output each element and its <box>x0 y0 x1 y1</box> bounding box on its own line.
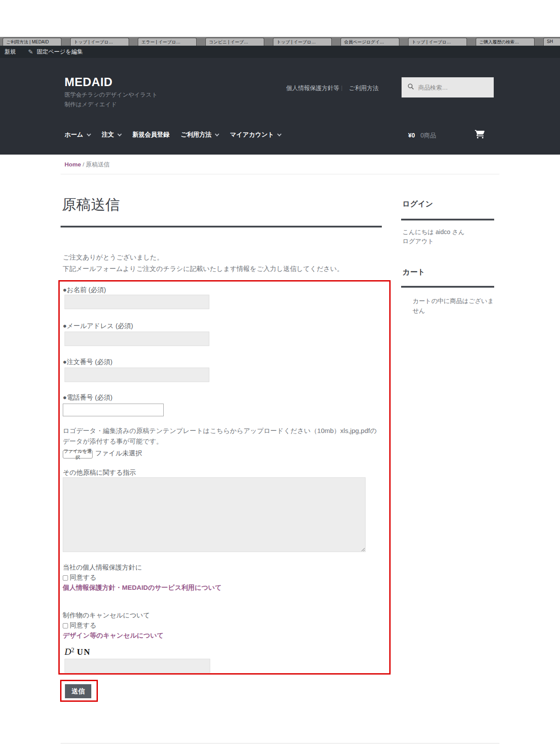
privacy-agree-row: 同意する <box>63 574 97 582</box>
cancel-agree-checkbox[interactable] <box>63 623 68 628</box>
browser-tab[interactable]: 会員ページログイ… <box>341 38 399 46</box>
breadcrumb-home-link[interactable]: Home <box>65 161 81 168</box>
cart-icon[interactable] <box>475 130 485 140</box>
intro-text: ご注文ありがとうございました。 下記メールフォームよりご注文のチラシに記載いたし… <box>63 252 344 274</box>
chevron-down-icon <box>215 132 219 136</box>
chevron-down-icon <box>86 132 91 136</box>
browser-tab[interactable]: トップ | イープロ… <box>70 38 129 46</box>
nav-item-register[interactable]: 新規会員登録 <box>133 131 169 139</box>
other-instructions-label: その他原稿に関する指示 <box>63 469 136 477</box>
breadcrumb-divider <box>61 174 499 174</box>
browser-tab[interactable]: SH <box>543 38 560 46</box>
sidebar-logout-link[interactable]: ログアウト <box>402 238 434 245</box>
browser-tab[interactable]: エラー | イープロ… <box>138 38 197 46</box>
browser-tab-strip: ご利用方法 | MEDAID トップ | イープロ… エラー | イープロ… コ… <box>0 37 560 46</box>
nav-item-label: 注文 <box>102 131 114 139</box>
upload-instructions-line2: データが添付する事が可能です。 <box>63 436 377 447</box>
nav-item-label: マイアカウント <box>230 131 274 139</box>
breadcrumb-separator: / <box>83 161 86 168</box>
file-select-button[interactable]: ファイルを選択 <box>63 450 93 458</box>
submit-button[interactable]: 送信 <box>65 684 91 698</box>
email-field[interactable] <box>65 332 209 346</box>
page-title-underline <box>61 226 382 227</box>
nav-item-myaccount[interactable]: マイアカウント <box>230 131 281 139</box>
sidebar-cart-underline <box>401 286 494 288</box>
admin-bar-edit-page-link[interactable]: 固定ページを編集 <box>37 48 83 56</box>
privacy-policy-link[interactable]: 個人情報保護方針・MEDAIDのサービス利用について <box>63 584 222 592</box>
cancel-agree-row: 同意する <box>63 621 97 630</box>
breadcrumb: Home / 原稿送信 <box>65 161 110 169</box>
site-tagline-line1: 医学会チラシのデザインやイラスト <box>65 91 158 99</box>
footer-divider <box>61 743 499 743</box>
cancel-section-heading: 制作物のキャンセルについて <box>63 611 150 620</box>
page-title: 原稿送信 <box>62 195 120 215</box>
sidebar-login-heading: ログイン <box>402 199 433 209</box>
chevron-down-icon <box>117 132 122 136</box>
captcha-char: 2 <box>71 647 74 653</box>
intro-line2: 下記メールフォームよりご注文のチラシに記載いたします情報をご入力し送信してくださ… <box>63 263 344 274</box>
name-field[interactable] <box>65 295 209 309</box>
browser-tab[interactable]: ご利用方法 | MEDAID <box>3 38 61 46</box>
nav-item-howto[interactable]: ご利用方法 <box>181 131 219 139</box>
sidebar-cart-empty-text: カートの中に商品はございません <box>413 296 499 315</box>
captcha-input-field[interactable] <box>65 659 210 673</box>
email-field-label: ●メールアドレス (必須) <box>63 322 133 330</box>
upload-instructions-line1: ロゴデータ・編集済みの原稿テンテンプレートはこちらからアップロードください（10… <box>63 426 377 436</box>
chevron-down-icon <box>277 132 282 136</box>
name-field-label: ●お名前 (必須) <box>63 286 106 294</box>
page: ご利用方法 | MEDAID トップ | イープロ… エラー | イープロ… コ… <box>0 0 560 747</box>
nav-item-label: ご利用方法 <box>181 131 212 139</box>
order-number-field-label: ●注文番号 (必須) <box>63 358 112 366</box>
order-number-field[interactable] <box>65 368 209 382</box>
header-link-separator: | <box>341 84 342 91</box>
upload-instructions: ロゴデータ・編集済みの原稿テンテンプレートはこちらからアップロードください（10… <box>63 426 377 447</box>
search-input[interactable] <box>418 84 488 91</box>
nav-item-home[interactable]: ホーム <box>65 131 90 139</box>
wp-admin-bar: 新規 ✎ 固定ページを編集 <box>0 46 560 58</box>
captcha-char: UN <box>77 647 90 657</box>
browser-tab[interactable]: コンビニ | イープ… <box>205 38 264 46</box>
cancel-agree-label: 同意する <box>70 621 97 630</box>
privacy-agree-checkbox[interactable] <box>63 575 68 581</box>
nav-item-order[interactable]: 注文 <box>102 131 121 139</box>
privacy-section-heading: 当社の個人情報保護方針に <box>63 563 142 572</box>
nav-item-label: 新規会員登録 <box>133 131 169 139</box>
search-icon <box>408 83 414 91</box>
product-search-box <box>402 77 494 97</box>
cancel-policy-link[interactable]: デザイン等のキャンセルについて <box>63 632 164 640</box>
intro-line1: ご注文ありがとうございました。 <box>63 252 344 263</box>
captcha-char: D <box>65 646 71 657</box>
privacy-agree-label: 同意する <box>70 574 97 582</box>
other-instructions-textarea[interactable] <box>63 477 366 552</box>
phone-field-label: ●電話番号 (必須) <box>63 393 112 402</box>
sidebar-greeting: こんにちは aidco さん <box>402 228 465 236</box>
site-logo[interactable]: MEDAID <box>65 76 113 89</box>
captcha-image: D2UN <box>65 646 91 657</box>
browser-tab[interactable]: ご購入履歴の検索… <box>476 38 535 46</box>
breadcrumb-current: 原稿送信 <box>86 161 110 168</box>
browser-tab[interactable]: トップ | イープロ… <box>273 38 332 46</box>
pencil-icon: ✎ <box>28 48 33 55</box>
file-status-text: ファイル未選択 <box>95 449 142 458</box>
header-link-howto[interactable]: ご利用方法 <box>349 84 379 92</box>
sidebar-login-underline <box>401 219 494 220</box>
cart-item-count: 0商品 <box>420 132 436 140</box>
site-tagline-line2: 制作はメディエイド <box>65 101 117 108</box>
sidebar-cart-heading: カート <box>402 267 425 277</box>
phone-field[interactable] <box>63 404 164 416</box>
header-link-privacy[interactable]: 個人情報保護方針等 <box>286 84 340 92</box>
admin-bar-new-link[interactable]: 新規 <box>4 48 16 56</box>
main-nav: ホーム 注文 新規会員登録 ご利用方法 マイアカウント <box>65 131 292 139</box>
cart-total[interactable]: ¥0 <box>408 132 415 139</box>
browser-tab[interactable]: トップ | イープロ… <box>408 38 467 46</box>
nav-item-label: ホーム <box>65 131 83 139</box>
